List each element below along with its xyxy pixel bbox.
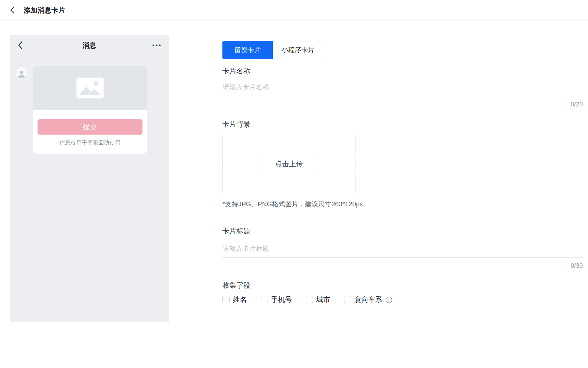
car-series-checkbox[interactable]: [344, 296, 351, 303]
tab-lead-card[interactable]: 留资卡片: [222, 41, 273, 59]
message-card-preview: 提交 信息仅用于商家回访使用: [33, 66, 147, 154]
name-checkbox[interactable]: [222, 296, 230, 303]
avatar: [16, 67, 27, 78]
card-background-placeholder: [33, 66, 147, 110]
card-form: 留资卡片 小程序卡片 卡片名称 0/20 卡片背景 点击上传 *支持JPG、PN…: [222, 0, 583, 368]
card-title-input[interactable]: [222, 245, 583, 258]
card-body: 提交 信息仅用于商家回访使用: [33, 110, 147, 154]
upload-dropzone[interactable]: 点击上传: [222, 134, 356, 194]
person-icon: [17, 70, 26, 78]
page-title: 添加消息卡片: [24, 6, 65, 15]
checkbox-item-city: 城市: [306, 295, 330, 304]
collect-fields-row: 姓名 手机号 城市 意向车系: [222, 295, 392, 304]
phone-header: 消息: [10, 35, 169, 57]
car-series-checkbox-label: 意向车系: [354, 295, 382, 304]
city-checkbox[interactable]: [306, 296, 313, 303]
card-name-label: 卡片名称: [222, 66, 250, 76]
back-button[interactable]: [6, 3, 19, 17]
phone-checkbox-label: 手机号: [271, 295, 292, 304]
city-checkbox-label: 城市: [316, 295, 330, 304]
card-name-input[interactable]: [222, 83, 583, 96]
card-background-label: 卡片背景: [222, 120, 250, 129]
chevron-left-icon: [9, 6, 16, 14]
card-title-counter: 0/30: [571, 262, 583, 270]
preview-submit-button: 提交: [38, 119, 142, 135]
tab-miniprogram-card[interactable]: 小程序卡片: [273, 41, 323, 59]
image-placeholder-icon: [76, 78, 104, 98]
phone-checkbox[interactable]: [261, 296, 268, 303]
collect-fields-label: 收集字段: [222, 281, 250, 290]
card-title-label: 卡片标题: [222, 226, 250, 236]
card-type-tabs: 留资卡片 小程序卡片: [222, 41, 323, 59]
preview-caption: 信息仅用于商家回访使用: [38, 139, 142, 147]
upload-hint: *支持JPG、PNG格式图片，建议尺寸263*120px。: [222, 200, 369, 209]
phone-title: 消息: [10, 41, 169, 50]
card-name-counter: 0/20: [571, 101, 583, 108]
name-checkbox-label: 姓名: [233, 295, 247, 304]
checkbox-item-phone: 手机号: [261, 295, 292, 304]
upload-button[interactable]: 点击上传: [261, 156, 317, 172]
checkbox-item-name: 姓名: [222, 295, 247, 304]
checkbox-item-car-series: 意向车系: [344, 295, 392, 304]
phone-preview: 消息 提交 信息仅用于商家回访使用: [10, 35, 169, 322]
ellipsis-menu-icon: [153, 45, 161, 46]
info-icon[interactable]: [385, 296, 392, 303]
